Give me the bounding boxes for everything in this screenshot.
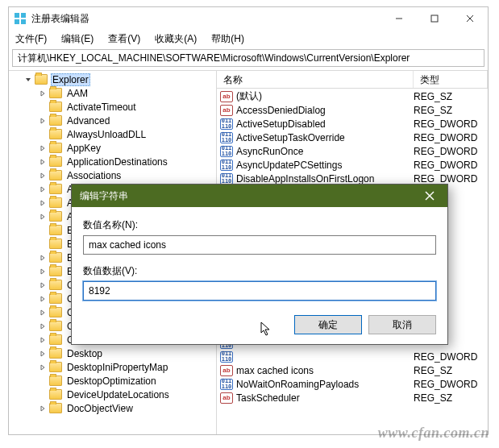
folder-icon (49, 239, 62, 249)
value-name: ActiveSetupTaskOverride (236, 132, 414, 143)
cancel-button[interactable]: 取消 (368, 315, 436, 334)
dialog-body: 数值名称(N): 数值数据(V): 确定 取消 (72, 207, 447, 344)
chevron-right-icon[interactable] (38, 198, 48, 208)
tree-item[interactable]: ApplicationDestinations (12, 155, 216, 168)
list-row[interactable]: abAccessDeniedDialogREG_SZ (217, 103, 488, 117)
chevron-right-icon[interactable] (38, 363, 48, 372)
folder-icon (49, 362, 62, 372)
ok-button[interactable]: 确定 (294, 315, 362, 334)
folder-icon (49, 129, 62, 139)
data-label: 数值数据(V): (83, 264, 436, 278)
folder-icon (49, 170, 62, 180)
value-name: AccessDeniedDialog (236, 105, 414, 116)
address-bar[interactable]: 计算机\HKEY_LOCAL_MACHINE\SOFTWARE\Microsof… (12, 49, 484, 67)
list-row[interactable]: abmax cached iconsREG_SZ (217, 363, 488, 377)
chevron-right-icon[interactable] (38, 404, 48, 413)
tree-item[interactable]: Associations (12, 168, 216, 182)
value-name: (默认) (236, 89, 414, 103)
list-header: 名称 类型 (217, 71, 488, 89)
titlebar: 注册表编辑器 (9, 7, 488, 30)
chevron-right-icon[interactable] (38, 267, 48, 276)
tree-item[interactable]: AppKey (12, 141, 216, 155)
value-type: REG_DWORD (414, 173, 488, 185)
close-button[interactable] (452, 7, 488, 30)
folder-icon (49, 211, 62, 222)
list-row[interactable]: 011110AsyncUpdatePCSettingsREG_DWORD (217, 158, 488, 172)
folder-icon (49, 197, 62, 208)
chevron-right-icon[interactable] (38, 280, 48, 290)
dialog-close-button[interactable] (412, 185, 447, 207)
list-row[interactable]: 011110ActiveSetupDisabledREG_DWORD (217, 117, 488, 131)
value-type: REG_DWORD (414, 351, 488, 363)
menu-view[interactable]: 查看(V) (106, 31, 142, 48)
list-row[interactable]: 011110ActiveSetupTaskOverrideREG_DWORD (217, 131, 488, 144)
value-type: REG_DWORD (414, 118, 488, 130)
chevron-down-icon[interactable] (23, 75, 33, 85)
minimize-button[interactable] (381, 7, 417, 30)
tree-item[interactable]: Explorer (12, 73, 216, 86)
string-value-icon: ab (220, 104, 233, 117)
value-type: REG_DWORD (414, 379, 488, 390)
tree-item-label: AppKey (65, 143, 102, 154)
menu-edit[interactable]: 编辑(E) (60, 31, 95, 48)
folder-icon (49, 403, 62, 413)
data-input[interactable] (83, 281, 436, 301)
tree-item-label: DeviceUpdateLocations (65, 389, 171, 400)
tree-item[interactable]: DocObjectView (12, 401, 216, 415)
string-value-icon: ab (220, 392, 233, 404)
folder-icon (49, 389, 62, 400)
menu-help[interactable]: 帮助(H) (210, 31, 246, 48)
chevron-right-icon[interactable] (38, 308, 48, 317)
chevron-right-icon[interactable] (38, 321, 48, 331)
chevron-right-icon[interactable] (38, 143, 48, 153)
chevron-right-icon[interactable] (38, 335, 48, 345)
value-type: REG_DWORD (414, 160, 488, 171)
chevron-right-icon[interactable] (38, 89, 48, 98)
tree-item[interactable]: Desktop (12, 346, 216, 360)
chevron-right-icon[interactable] (38, 253, 48, 263)
menu-favorites[interactable]: 收藏夹(A) (153, 31, 198, 48)
chevron-right-icon[interactable] (38, 185, 48, 194)
tree-item[interactable]: DeviceUpdateLocations (12, 388, 216, 401)
name-input[interactable] (83, 235, 436, 255)
col-name[interactable]: 名称 (217, 71, 414, 88)
list-row[interactable]: 011110NoWaitOnRoamingPayloadsREG_DWORD (217, 377, 488, 391)
list-row[interactable]: 011110REG_DWORD (217, 350, 488, 363)
col-type[interactable]: 类型 (414, 71, 488, 88)
chevron-right-icon[interactable] (38, 349, 48, 359)
tree-item[interactable]: AlwaysUnloadDLL (12, 127, 216, 141)
chevron-right-icon[interactable] (38, 294, 48, 304)
chevron-right-icon[interactable] (38, 157, 48, 167)
tree-item-label: AAM (65, 88, 89, 99)
list-row[interactable]: 011110AsyncRunOnceREG_DWORD (217, 144, 488, 158)
folder-icon (49, 307, 62, 317)
value-name: AsyncUpdatePCSettings (236, 160, 414, 171)
folder-icon (49, 280, 62, 290)
value-type: REG_DWORD (414, 132, 488, 143)
string-value-icon: ab (220, 364, 233, 377)
chevron-right-icon (38, 376, 48, 386)
value-name: max cached icons (236, 365, 414, 376)
tree-item-label: Desktop (65, 348, 104, 359)
dialog-title: 编辑字符串 (80, 189, 128, 203)
folder-icon (49, 184, 62, 194)
chevron-right-icon[interactable] (38, 171, 48, 180)
chevron-right-icon[interactable] (38, 116, 48, 126)
tree-item[interactable]: DesktopOptimization (12, 374, 216, 388)
tree-item[interactable]: Advanced (12, 114, 216, 127)
value-name: DisableAppInstallsOnFirstLogon (236, 173, 414, 185)
value-type: REG_SZ (414, 105, 488, 116)
folder-icon (49, 321, 62, 331)
menu-file[interactable]: 文件(F) (14, 31, 48, 48)
dialog-buttons: 确定 取消 (83, 315, 436, 334)
maximize-button[interactable] (417, 7, 452, 30)
list-row[interactable]: abTaskSchedulerREG_SZ (217, 391, 488, 404)
tree-item[interactable]: DesktopIniPropertyMap (12, 360, 216, 374)
list-row[interactable]: ab(默认)REG_SZ (217, 89, 488, 103)
dword-value-icon: 011110 (220, 145, 233, 158)
value-name: NoWaitOnRoamingPayloads (236, 379, 414, 390)
chevron-right-icon[interactable] (38, 212, 48, 222)
name-label: 数值名称(N): (83, 218, 436, 232)
tree-item[interactable]: AAM (12, 86, 216, 100)
tree-item[interactable]: ActivateTimeout (12, 100, 216, 114)
